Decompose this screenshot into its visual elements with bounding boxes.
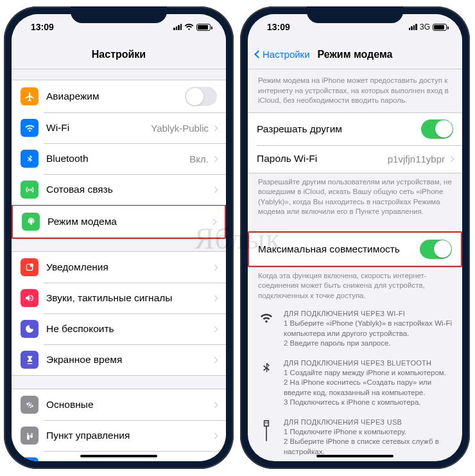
- chevron-right-icon: [212, 326, 218, 332]
- chevron-right-icon: [448, 155, 454, 162]
- instruction-step: 1 Подключите iPhone к компьютеру.: [284, 427, 452, 437]
- wifi-icon: [258, 310, 275, 349]
- instruction-title: ДЛЯ ПОДКЛЮЧЕНИЯ ЧЕРЕЗ WI-FI: [284, 310, 452, 317]
- battery-icon: [433, 24, 447, 31]
- row-wifi-password[interactable]: Пароль Wi-Fi p1vjfjn11ybpr: [248, 145, 462, 173]
- signal-icon: [173, 24, 182, 30]
- instruction-usb: ДЛЯ ПОДКЛЮЧЕНИЯ ЧЕРЕЗ USB1 Подключите iP…: [248, 412, 462, 461]
- sound-icon: [21, 289, 39, 307]
- instruction-title: ДЛЯ ПОДКЛЮЧЕНИЯ ЧЕРЕЗ BLUETOOTH: [284, 359, 452, 367]
- home-indicator[interactable]: [316, 455, 393, 458]
- battery-icon: [196, 24, 211, 31]
- svg-rect-14: [267, 422, 268, 423]
- chevron-right-icon: [212, 432, 218, 439]
- svg-rect-15: [266, 426, 267, 441]
- signal-icon: [409, 24, 417, 30]
- notch: [307, 6, 403, 23]
- home-indicator[interactable]: [80, 455, 157, 458]
- row-label: Bluetooth: [46, 153, 189, 164]
- instruction-step: 2 Введите пароль при запросе.: [284, 339, 452, 349]
- row-label: Экран и яркость: [46, 461, 212, 461]
- row-gear[interactable]: Основные: [12, 389, 226, 420]
- wifi-icon: [184, 24, 194, 31]
- row-label: Авиарежим: [46, 91, 185, 102]
- nav-bar: Настройки Режим модема: [248, 40, 462, 69]
- cc-icon: [21, 427, 39, 445]
- phone-right: 13:09 3G Настройки Режим модема Режим мо…: [240, 6, 470, 469]
- chevron-right-icon: [212, 264, 218, 270]
- row-label: Режим модема: [48, 216, 211, 227]
- row-cell[interactable]: Сотовая связь: [12, 174, 226, 205]
- chevron-right-icon: [212, 357, 218, 363]
- network-type: 3G: [420, 22, 430, 31]
- cell-icon: [21, 181, 39, 198]
- airplane-icon: [21, 87, 39, 105]
- row-notif[interactable]: Уведомления: [12, 251, 226, 283]
- airplane-toggle[interactable]: [185, 87, 217, 106]
- page-title: Режим модема: [318, 49, 393, 60]
- nav-bar: Настройки: [12, 40, 226, 69]
- usb-icon: [258, 418, 275, 457]
- back-button[interactable]: Настройки: [255, 49, 310, 60]
- instruction-step: 3 Подключитесь к iPhone с компьютера.: [284, 398, 452, 408]
- settings-list[interactable]: АвиарежимWi-FiYablyk-PublicBluetoothВкл.…: [12, 69, 226, 461]
- svg-point-1: [30, 263, 33, 267]
- chevron-right-icon: [212, 401, 218, 408]
- instruction-title: ДЛЯ ПОДКЛЮЧЕНИЯ ЧЕРЕЗ USB: [284, 418, 452, 426]
- intro-text: Режим модема на iPhone может предоставит…: [248, 69, 462, 109]
- allow-toggle[interactable]: [421, 119, 453, 139]
- row-value: Вкл.: [189, 154, 209, 164]
- row-value: p1vjfjn11ybpr: [388, 154, 445, 164]
- row-sound[interactable]: Звуки, тактильные сигналы: [12, 283, 226, 313]
- page-title: Настройки: [92, 49, 146, 60]
- row-label: Основные: [46, 399, 212, 410]
- row-allow-others[interactable]: Разрешать другим: [248, 112, 462, 145]
- bright-icon: AA: [21, 457, 39, 461]
- instruction-bluetooth: ДЛЯ ПОДКЛЮЧЕНИЯ ЧЕРЕЗ BLUETOOTH1 Создайт…: [248, 353, 462, 412]
- row-label: Уведомления: [46, 261, 212, 273]
- status-time: 13:09: [267, 22, 290, 32]
- instruction-step: 1 Создайте пару между iPhone и компьютер…: [284, 368, 452, 378]
- wifi-icon: [21, 119, 39, 137]
- row-label: Максимальная совместимость: [258, 243, 420, 255]
- row-label: Не беспокоить: [46, 323, 212, 335]
- instruction-step: 2 На iPhone коснитесь «Создать пару» или…: [284, 378, 452, 398]
- chevron-right-icon: [212, 155, 218, 162]
- chevron-left-icon: [254, 50, 263, 58]
- hotspot-icon: [22, 213, 40, 231]
- chevron-right-icon: [212, 186, 218, 193]
- bluetooth-icon: [21, 150, 39, 168]
- chevron-right-icon: [211, 218, 217, 225]
- instruction-step: 1 Выберите «iPhone (Yablyk)» в настройка…: [284, 319, 452, 339]
- notif-icon: [21, 258, 39, 276]
- row-bluetooth[interactable]: BluetoothВкл.: [12, 143, 226, 174]
- chevron-right-icon: [212, 125, 218, 131]
- row-hotspot[interactable]: Режим модема: [13, 206, 225, 238]
- row-label: Сотовая связь: [46, 184, 212, 195]
- row-value: Yablyk-Public: [151, 123, 209, 134]
- allow-description: Разрешайте другим пользователям или устр…: [248, 173, 462, 220]
- status-time: 13:09: [31, 22, 54, 32]
- hotspot-settings[interactable]: Режим модема на iPhone может предоставит…: [248, 69, 462, 461]
- row-label: Разрешать другим: [257, 123, 421, 135]
- row-label: Звуки, тактильные сигналы: [46, 292, 212, 304]
- row-label: Пароль Wi-Fi: [257, 153, 388, 164]
- compat-toggle[interactable]: [420, 240, 452, 259]
- row-wifi[interactable]: Wi-FiYablyk-Public: [12, 112, 226, 143]
- phone-left: 13:09 Настройки АвиарежимWi-FiYablyk-Pub…: [4, 6, 234, 469]
- row-cc[interactable]: Пункт управления: [12, 420, 226, 451]
- instruction-wifi: ДЛЯ ПОДКЛЮЧЕНИЯ ЧЕРЕЗ WI-FI1 Выберите «i…: [248, 303, 462, 353]
- compat-description: Когда эта функция включена, скорость инт…: [248, 267, 462, 304]
- row-moon[interactable]: Не беспокоить: [12, 313, 226, 344]
- row-max-compat[interactable]: Максимальная совместимость: [249, 233, 461, 266]
- row-airplane[interactable]: Авиарежим: [12, 80, 226, 112]
- notch: [71, 6, 167, 23]
- row-hourglass[interactable]: Экранное время: [12, 344, 226, 376]
- gear-icon: [21, 396, 39, 414]
- moon-icon: [21, 320, 39, 338]
- row-label: Экранное время: [46, 354, 212, 366]
- row-label: Пункт управления: [46, 430, 212, 441]
- bluetooth-icon: [258, 359, 275, 408]
- chevron-right-icon: [212, 295, 218, 301]
- back-label: Настройки: [263, 49, 310, 60]
